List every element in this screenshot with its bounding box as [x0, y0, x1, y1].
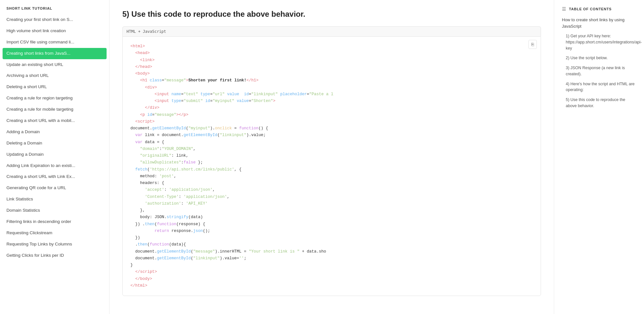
toc-item-toc-6[interactable]: 5) Use this code to reproduce the above … — [566, 97, 636, 109]
sidebar-item-item-8[interactable]: Creating a rule for region targeting — [0, 93, 109, 104]
sidebar-item-item-6[interactable]: Archiving a short URL — [0, 70, 109, 81]
sidebar-item-item-4[interactable]: Creating short links from JavaS... — [3, 48, 107, 59]
toc-item-toc-1[interactable]: How to create short links by using JavaS… — [562, 17, 636, 29]
sidebar-item-item-22[interactable]: Getting Clicks for Links per ID — [0, 250, 109, 261]
sidebar-item-item-14[interactable]: Adding Link Expiration to an existi... — [0, 160, 109, 171]
sidebar-item-item-1[interactable]: Creating your first short link on S... — [0, 14, 109, 25]
code-tab-label: HTML + JavaScript — [127, 29, 166, 34]
sidebar-item-item-3[interactable]: Import CSV file using command li... — [0, 37, 109, 48]
toc-item-toc-4[interactable]: 3) JSON Response (a new link is created)… — [566, 65, 636, 77]
toc-header: ☰ TABLE OF CONTENTS — [562, 6, 636, 12]
sidebar-item-item-19[interactable]: Filtering links in descending order — [0, 216, 109, 227]
toc-item-toc-2[interactable]: 1) Get your API key here: https://app.sh… — [566, 33, 636, 51]
sidebar-item-item-13[interactable]: Updating a Domain — [0, 149, 109, 160]
toc-title: TABLE OF CONTENTS — [569, 7, 612, 11]
main-content: 5) Use this code to reproduce the above … — [109, 0, 554, 314]
sidebar-item-item-15[interactable]: Creating a short URL with Link Ex... — [0, 171, 109, 182]
sidebar-item-item-5[interactable]: Update an existing short URL — [0, 59, 109, 70]
sidebar-item-item-18[interactable]: Domain Statistics — [0, 205, 109, 216]
sidebar-item-item-20[interactable]: Requesting Clickstream — [0, 227, 109, 239]
sidebar-item-item-16[interactable]: Generating QR code for a URL — [0, 182, 109, 194]
sidebar-item-item-17[interactable]: Link Statistics — [0, 194, 109, 205]
code-block: <html> <head> <link> </head> <body> <h1 … — [123, 37, 541, 296]
code-tab-bar: HTML + JavaScript — [122, 26, 541, 36]
sidebar-item-item-7[interactable]: Deleting a short URL — [0, 81, 109, 93]
sidebar-title: SHORT LINK TUTORIAL — [0, 6, 109, 14]
page-title: 5) Use this code to reproduce the above … — [122, 10, 541, 19]
toc-items-container: How to create short links by using JavaS… — [562, 17, 636, 109]
sidebar-item-item-9[interactable]: Creating a rule for mobile targeting — [0, 104, 109, 115]
toc-icon: ☰ — [562, 6, 566, 12]
toc-item-toc-3[interactable]: 2) Use the script below. — [566, 55, 636, 61]
toc-sidebar: ☰ TABLE OF CONTENTS How to create short … — [554, 0, 644, 314]
sidebar-item-item-10[interactable]: Creating a short URL with a mobil... — [0, 115, 109, 126]
toc-item-toc-5[interactable]: 4) Here's how the script and HTML are op… — [566, 81, 636, 93]
sidebar-item-item-2[interactable]: High volume short link creation — [0, 25, 109, 37]
code-container: ⎘ <html> <head> <link> </head> <body> <h… — [122, 36, 541, 296]
copy-button[interactable]: ⎘ — [528, 40, 537, 49]
sidebar-item-item-12[interactable]: Deleting a Domain — [0, 138, 109, 149]
sidebar-items-container: Creating your first short link on S...Hi… — [0, 14, 109, 261]
sidebar: SHORT LINK TUTORIAL Creating your first … — [0, 0, 109, 314]
sidebar-item-item-11[interactable]: Adding a Domain — [0, 126, 109, 138]
sidebar-item-item-21[interactable]: Requesting Top Links by Columns — [0, 239, 109, 250]
